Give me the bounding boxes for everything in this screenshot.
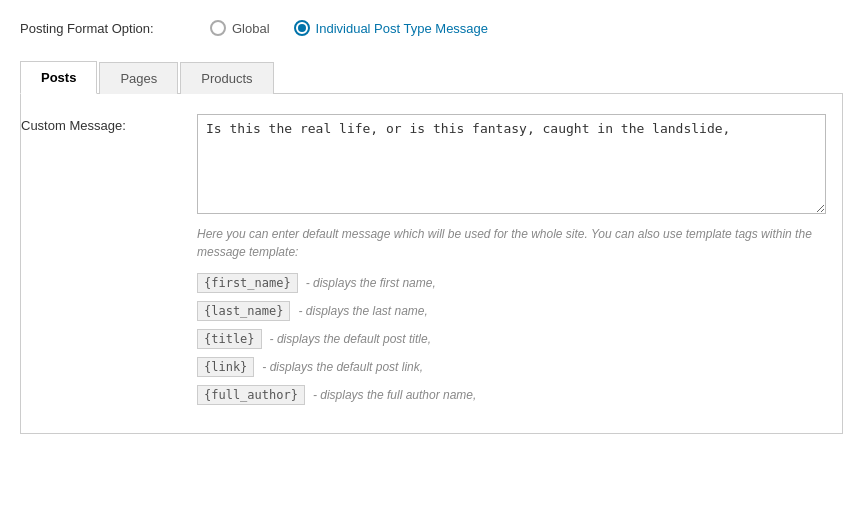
custom-message-field-wrap: Here you can enter default message which… [197,114,826,413]
tag-row-full-author: {full_author} - displays the full author… [197,385,826,405]
tab-pages[interactable]: Pages [99,62,178,94]
help-text: Here you can enter default message which… [197,225,826,261]
posting-format-label: Posting Format Option: [20,21,180,36]
posting-format-row: Posting Format Option: Global Individual… [20,20,843,36]
tag-first-name: {first_name} [197,273,298,293]
tag-row-first-name: {first_name} - displays the first name, [197,273,826,293]
radio-individual[interactable]: Individual Post Type Message [294,20,488,36]
tag-full-author-desc: - displays the full author name, [313,388,476,402]
custom-message-row: Custom Message: Here you can enter defau… [21,114,826,413]
radio-options: Global Individual Post Type Message [210,20,488,36]
tag-title-desc: - displays the default post title, [270,332,431,346]
tabs-row: Posts Pages Products [20,60,843,94]
tag-row-last-name: {last_name} - displays the last name, [197,301,826,321]
tag-full-author: {full_author} [197,385,305,405]
tab-posts[interactable]: Posts [20,61,97,94]
radio-individual-circle [294,20,310,36]
tag-last-name: {last_name} [197,301,290,321]
radio-global[interactable]: Global [210,20,270,36]
tag-link-desc: - displays the default post link, [262,360,423,374]
custom-message-textarea[interactable] [197,114,826,214]
radio-global-label: Global [232,21,270,36]
tag-first-name-desc: - displays the first name, [306,276,436,290]
custom-message-label: Custom Message: [21,114,181,133]
tag-row-link: {link} - displays the default post link, [197,357,826,377]
tag-link: {link} [197,357,254,377]
tags-list: {first_name} - displays the first name, … [197,273,826,405]
tag-last-name-desc: - displays the last name, [298,304,427,318]
tag-row-title: {title} - displays the default post titl… [197,329,826,349]
tab-products[interactable]: Products [180,62,273,94]
tag-title: {title} [197,329,262,349]
radio-global-circle [210,20,226,36]
radio-individual-label: Individual Post Type Message [316,21,488,36]
tab-content: Custom Message: Here you can enter defau… [20,94,843,434]
